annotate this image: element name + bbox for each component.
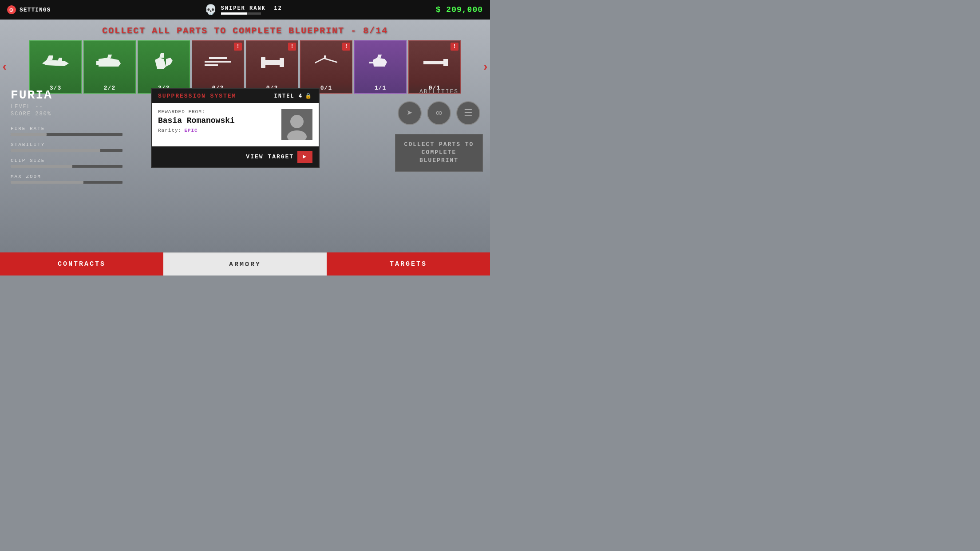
alert-badge-8: ! <box>450 43 458 51</box>
contracts-label: CONTRACTS <box>58 260 106 268</box>
view-target-button[interactable]: VIEW TARGET ► <box>246 151 312 163</box>
part-item-5[interactable]: ! 0/2 <box>246 40 298 94</box>
stat-bar-bg-stability <box>11 149 122 152</box>
rank-progress-bar <box>221 12 261 15</box>
money-display: $ 209,000 <box>436 5 483 14</box>
nav-contracts[interactable]: CONTRACTS <box>0 252 163 276</box>
part-icon-1 <box>30 41 81 83</box>
stat-maxzoom: MAX ZOOM <box>11 174 122 184</box>
popup-system-name: SUPPRESSION SYSTEM <box>158 93 236 99</box>
collect-btn-line1: COLLECT PARTS TO <box>400 141 478 149</box>
rewarded-from-label: REWARDED FROM: <box>158 109 276 114</box>
ability-icon-2[interactable]: ∞ <box>427 101 451 125</box>
part-item-1[interactable]: 3/3 <box>29 40 82 94</box>
popup-header: SUPPRESSION SYSTEM INTEL 4 🔒 <box>152 89 319 103</box>
rarity-row: Rarity: EPIC <box>158 128 276 133</box>
part-icon-2 <box>84 41 135 83</box>
rarity-value: EPIC <box>184 128 198 133</box>
stat-bar-fill-maxzoom <box>11 181 83 184</box>
armory-label: ARMORY <box>229 261 261 268</box>
targets-label: TARGETS <box>390 260 427 268</box>
rewarded-from-name: Basia Romanowski <box>158 116 276 125</box>
weapon-score: SCORE 280% <box>11 111 122 117</box>
stat-bar-fill-clipsize <box>11 165 72 168</box>
abilities-label: ABILITIES <box>395 88 483 95</box>
blueprint-header: COLLECT ALL PARTS TO COMPLETE BLUEPRINT … <box>0 20 490 40</box>
stat-bar-fill-firerate <box>11 133 47 136</box>
view-target-arrow: ► <box>297 151 312 163</box>
ability-icon-3[interactable]: ☰ <box>456 101 480 125</box>
rank-number: 12 <box>274 5 282 12</box>
parts-nav-left[interactable]: ‹ <box>1 60 8 74</box>
blueprint-title-text: COLLECT ALL PARTS TO COMPLETE BLUEPRINT … <box>102 26 375 36</box>
settings-button[interactable]: SETTINGS <box>7 5 51 14</box>
rarity-label: Rarity: <box>158 128 182 133</box>
part-item-2[interactable]: 2/2 <box>83 40 136 94</box>
rank-bar-fill <box>221 12 247 15</box>
svg-point-4 <box>290 115 304 128</box>
alert-badge-6: ! <box>342 43 350 51</box>
alert-badge-5: ! <box>288 43 296 51</box>
rank-section: 💀 SNIPER RANK 12 <box>205 4 282 16</box>
part-icon-7 <box>355 41 406 83</box>
weapon-level: LEVEL -- <box>11 104 122 110</box>
stat-bar-bg-firerate <box>11 133 122 136</box>
stat-bar-bg-maxzoom <box>11 181 122 184</box>
collect-btn-line2: COMPLETE BLUEPRINT <box>400 149 478 165</box>
popup-intel: INTEL 4 🔒 <box>274 93 312 99</box>
weapon-name: FURIA <box>11 88 122 102</box>
top-bar: SETTINGS 💀 SNIPER RANK 12 $ 209,000 <box>0 0 490 20</box>
right-panel: ABILITIES ➤ ∞ ☰ COLLECT PARTS TO COMPLET… <box>388 88 490 172</box>
main-content: COLLECT ALL PARTS TO COMPLETE BLUEPRINT … <box>0 20 490 252</box>
settings-label: SETTINGS <box>20 7 51 13</box>
popup-footer: VIEW TARGET ► <box>152 146 319 167</box>
left-panel: FURIA LEVEL -- SCORE 280% FIRE RATE STAB… <box>0 88 133 190</box>
part-icon-3 <box>138 41 190 83</box>
part-item-8[interactable]: ! 0/1 <box>408 40 461 94</box>
stat-fire-rate: FIRE RATE <box>11 126 122 136</box>
rank-label: SNIPER RANK <box>221 5 266 12</box>
lock-icon: 🔒 <box>305 93 312 99</box>
parts-nav-right[interactable]: › <box>482 60 489 74</box>
stat-bar-fill-stability <box>11 149 100 152</box>
bottom-nav: CONTRACTS ARMORY TARGETS <box>0 252 490 276</box>
ability-icon-1[interactable]: ➤ <box>398 101 422 125</box>
gear-icon <box>7 5 16 14</box>
intel-label: INTEL 4 <box>274 93 303 99</box>
stat-label-firerate: FIRE RATE <box>11 126 122 131</box>
stat-stability: STABILITY <box>11 142 122 152</box>
rank-text: SNIPER RANK 12 <box>221 5 282 12</box>
alert-badge-4: ! <box>234 43 242 51</box>
blueprint-title: COLLECT ALL PARTS TO COMPLETE BLUEPRINT … <box>0 26 490 36</box>
svg-rect-2 <box>280 58 284 67</box>
part-item-7[interactable]: 1/1 <box>354 40 407 94</box>
svg-rect-0 <box>263 60 281 65</box>
stat-label-stability: STABILITY <box>11 142 122 147</box>
abilities-icons: ➤ ∞ ☰ <box>395 101 483 125</box>
target-avatar <box>281 109 312 140</box>
view-target-label: VIEW TARGET <box>246 153 294 160</box>
part-item-4[interactable]: ! 0/2 <box>192 40 244 94</box>
skull-icon: 💀 <box>205 4 217 16</box>
stat-label-clipsize: CLIP SIZE <box>11 158 122 163</box>
blueprint-count: 14 <box>375 26 388 36</box>
popup-text: REWARDED FROM: Basia Romanowski Rarity: … <box>158 109 276 133</box>
stat-label-maxzoom: MAX ZOOM <box>11 174 122 179</box>
part-item-6[interactable]: ! 0/1 <box>300 40 352 94</box>
nav-armory[interactable]: ARMORY <box>163 252 327 276</box>
suppression-popup: SUPPRESSION SYSTEM INTEL 4 🔒 REWARDED FR… <box>151 88 320 168</box>
rank-info: SNIPER RANK 12 <box>221 5 282 15</box>
part-item-3[interactable]: 2/2 <box>138 40 190 94</box>
nav-targets[interactable]: TARGETS <box>327 252 490 276</box>
collect-parts-button[interactable]: COLLECT PARTS TO COMPLETE BLUEPRINT <box>395 134 483 172</box>
stat-bar-bg-clipsize <box>11 165 122 168</box>
svg-rect-1 <box>261 57 265 68</box>
popup-body: REWARDED FROM: Basia Romanowski Rarity: … <box>152 103 319 146</box>
stat-clipsize: CLIP SIZE <box>11 158 122 168</box>
parts-row: ‹ 3/3 2/2 2/2 ! 0/2 <box>0 40 490 94</box>
